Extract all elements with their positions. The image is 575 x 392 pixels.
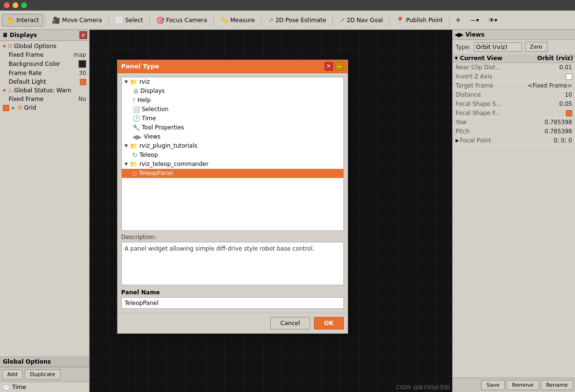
distance-value[interactable]: 10 [565, 91, 572, 98]
views-panel-icon-header: ◀▶ [455, 31, 463, 38]
zero-button[interactable]: Zero [525, 42, 548, 52]
displays-item-label: Displays [141, 88, 165, 94]
invert-z-label: Invert Z Axis [456, 73, 492, 80]
interact-label: Interact [16, 17, 39, 24]
invert-z-checkbox[interactable] [566, 74, 572, 80]
save-button[interactable]: Save [481, 380, 505, 390]
focal-point-row: ▶ Focal Point 0; 0; 0 [453, 136, 575, 145]
sep3 [149, 14, 150, 26]
focus-camera-button[interactable]: 🎯 Focus Camera [152, 14, 211, 26]
select-button[interactable]: ⬜ Select [111, 14, 147, 26]
maximize-button[interactable] [21, 2, 27, 8]
displays-tree: ▼ ⚙ Global Options Fixed Frame map Backg… [0, 41, 89, 356]
nav-goal-label: 2D Nav Goal [347, 17, 383, 24]
modal-shade-button[interactable]: — [335, 62, 344, 71]
tree-help-item[interactable]: ? Help [122, 96, 343, 105]
rviz-folder-icon: 📁 [130, 78, 137, 86]
displays-header: 🖥 Displays ✕ [0, 30, 89, 41]
teleop-commander-arrow: ▼ [125, 162, 128, 166]
cancel-button[interactable]: Cancel [270, 317, 310, 329]
add-button[interactable]: Add [2, 369, 23, 379]
plugin-tutorials-label: rviz_plugin_tutorials [139, 142, 197, 149]
modal-close-button[interactable]: ✕ [325, 62, 333, 71]
distance-label: Distance [456, 91, 481, 98]
tree-selection-item[interactable]: ⬜ Selection [122, 105, 343, 114]
tree-teleop-commander[interactable]: ▼ 📁 rviz_teleop_commander [122, 160, 343, 169]
tool-props-icon: 🔧 [132, 124, 140, 131]
tree-fixed-frame[interactable]: Fixed Frame map [1, 51, 88, 59]
extra-btn3[interactable]: 👁▾ [484, 14, 502, 26]
tree-fixed-frame-2[interactable]: Fixed Frame No [1, 95, 88, 103]
focal-point-value[interactable]: 0; 0; 0 [553, 137, 572, 144]
default-light-label: Default Light [9, 78, 46, 85]
help-item-label: Help [137, 97, 150, 103]
type-select[interactable]: Orbit (rviz) [474, 42, 522, 52]
extra-btn2[interactable]: —▾ [466, 14, 484, 26]
sep5 [261, 14, 261, 26]
pose-estimate-icon: ↗ [268, 16, 274, 24]
nav-goal-button[interactable]: ↗ 2D Nav Goal [335, 14, 387, 26]
publish-point-button[interactable]: 📍 Publish Point [392, 14, 447, 26]
yaw-value[interactable]: 0.785398 [545, 119, 572, 126]
global-options-section[interactable]: Global Options [0, 356, 89, 367]
tree-global-options[interactable]: ▼ ⚙ Global Options [1, 42, 88, 51]
sep6 [332, 14, 333, 26]
tree-displays-item[interactable]: 🖥 Displays [122, 87, 343, 96]
panel-type-dialog: Panel Type ✕ — ▼ 📁 rviz [117, 60, 348, 334]
panel-name-input[interactable] [121, 297, 344, 309]
type-label: Type: [456, 44, 471, 51]
sep8 [449, 14, 450, 26]
time-panel-icon: 🕐 [132, 115, 140, 122]
time-label: Time [12, 384, 26, 391]
tree-plugin-tutorials[interactable]: ▼ 📁 rviz_plugin_tutorials [122, 141, 343, 151]
viewport[interactable]: › Panel Type ✕ — ▼ [90, 30, 452, 392]
move-camera-button[interactable]: 🎥 Move Camera [48, 14, 106, 26]
pose-estimate-button[interactable]: ↗ 2D Pose Estimate [263, 14, 330, 26]
minimize-button[interactable] [13, 2, 18, 8]
grid-checkbox[interactable] [3, 105, 9, 111]
publish-point-icon: 📍 [396, 16, 404, 24]
focal-shape-s-value[interactable]: 0.05 [559, 101, 572, 107]
views-panel: ◀▶ Views Type: Orbit (rviz) Zero ▼ Curre… [452, 30, 575, 392]
target-frame-value[interactable]: <Fixed Frame> [528, 82, 572, 89]
tree-background-color[interactable]: Background Color [1, 59, 88, 69]
teleop-item-label: Teleop [139, 152, 157, 158]
close-button[interactable] [4, 2, 10, 8]
tree-global-status[interactable]: ▼ ⚠ Global Status: Warn [1, 86, 88, 95]
global-options-label: Global Options [14, 43, 56, 50]
modal-body: ▼ 📁 rviz 🖥 Displays ? Help [118, 73, 348, 313]
rename-button[interactable]: Rename [541, 380, 573, 390]
plugin-tutorials-arrow: ▼ [125, 143, 128, 148]
measure-button[interactable]: 📏 Measure [216, 14, 259, 26]
ok-button[interactable]: OK [314, 317, 344, 329]
distance-row: Distance 10 [453, 90, 575, 100]
tree-rviz-group[interactable]: ▼ 📁 rviz [122, 77, 343, 87]
tree-grid[interactable]: ▶ ⚙ Grid [1, 103, 88, 112]
interact-button[interactable]: ✋ Interact [2, 14, 43, 26]
duplicate-button[interactable]: Duplicate [25, 369, 60, 379]
displays-close-button[interactable]: ✕ [79, 31, 87, 39]
remove-button[interactable]: Remove [507, 380, 539, 390]
modal-overlay: Panel Type ✕ — ▼ 📁 rviz [90, 30, 452, 392]
tree-views-item[interactable]: ◀▶ Views [122, 132, 343, 141]
background-color-label: Background Color [9, 61, 60, 67]
views-panel-icon: ◀▶ [132, 133, 142, 140]
tree-frame-rate[interactable]: Frame Rate 30 [1, 69, 88, 77]
background-color-swatch[interactable] [78, 60, 86, 68]
near-clip-value[interactable]: 0.01 [559, 64, 572, 71]
extra-btn1[interactable]: ✛ [452, 14, 465, 26]
tree-teleop-panel[interactable]: ◇ TeleopPanel [122, 169, 343, 178]
tree-default-light[interactable]: Default Light [1, 77, 88, 86]
tree-tool-props-item[interactable]: 🔧 Tool Properties [122, 123, 343, 132]
near-clip-label: Near Clip Dist... [456, 64, 501, 71]
rviz-group-label: rviz [139, 78, 150, 85]
selection-item-label: Selection [142, 106, 169, 113]
help-icon: ? [132, 97, 136, 104]
tree-time-item[interactable]: 🕐 Time [122, 114, 343, 123]
default-light-cb[interactable] [80, 78, 86, 85]
pitch-value[interactable]: 0.785398 [545, 128, 572, 135]
views-tree: ▼ Current View Orbit (rviz) Near Clip Di… [453, 54, 575, 216]
tree-teleop-item[interactable]: ↻ Teleop [122, 151, 343, 160]
current-view-group[interactable]: ▼ Current View Orbit (rviz) [453, 54, 575, 63]
focal-shape-f-checkbox[interactable] [566, 110, 572, 116]
